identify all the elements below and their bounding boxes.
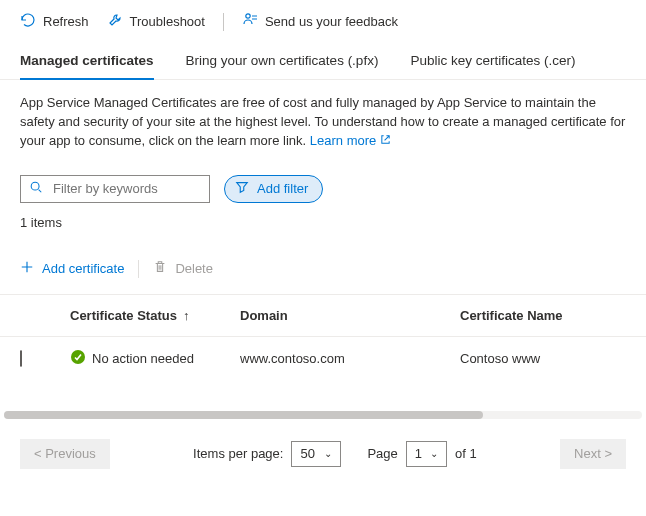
search-icon xyxy=(29,180,43,197)
success-icon xyxy=(70,349,86,368)
troubleshoot-label: Troubleshoot xyxy=(130,14,205,29)
col-status-label: Certificate Status xyxy=(70,308,177,323)
filter-row: Add filter xyxy=(0,157,646,209)
delete-button[interactable]: Delete xyxy=(153,260,213,277)
add-certificate-button[interactable]: Add certificate xyxy=(20,260,124,277)
table-header: Certificate Status ↑ Domain Certificate … xyxy=(0,295,646,337)
top-toolbar: Refresh Troubleshoot Send us your feedba… xyxy=(0,0,646,39)
status-cell: No action needed xyxy=(70,349,240,368)
name-cell: Contoso www xyxy=(460,351,626,366)
col-domain[interactable]: Domain xyxy=(240,308,460,323)
svg-point-1 xyxy=(31,182,39,190)
page-of-text: of 1 xyxy=(455,446,477,461)
add-certificate-label: Add certificate xyxy=(42,261,124,276)
filter-input[interactable] xyxy=(51,180,201,197)
status-text: No action needed xyxy=(92,351,194,366)
refresh-icon xyxy=(20,12,36,31)
tab-public-key[interactable]: Public key certificates (.cer) xyxy=(410,43,575,80)
page-value: 1 xyxy=(415,446,422,461)
plus-icon xyxy=(20,260,34,277)
external-link-icon xyxy=(380,132,391,151)
items-per-page-value: 50 xyxy=(300,446,314,461)
learn-more-label: Learn more xyxy=(310,132,376,151)
toolbar-divider xyxy=(223,13,224,31)
sort-asc-icon: ↑ xyxy=(183,308,190,323)
item-count: 1 items xyxy=(0,209,646,230)
learn-more-link[interactable]: Learn more xyxy=(310,132,391,151)
tab-managed-certificates[interactable]: Managed certificates xyxy=(20,43,154,80)
next-button[interactable]: Next > xyxy=(560,439,626,469)
certificates-table: Certificate Status ↑ Domain Certificate … xyxy=(0,294,646,381)
col-name[interactable]: Certificate Name xyxy=(460,308,626,323)
trash-icon xyxy=(153,260,167,277)
feedback-label: Send us your feedback xyxy=(265,14,398,29)
chevron-down-icon: ⌄ xyxy=(324,448,332,459)
domain-cell: www.contoso.com xyxy=(240,351,460,366)
feedback-button[interactable]: Send us your feedback xyxy=(242,8,398,35)
page-select[interactable]: 1 ⌄ xyxy=(406,441,447,467)
description: App Service Managed Certificates are fre… xyxy=(0,80,646,157)
action-row: Add certificate Delete xyxy=(0,230,646,288)
filter-icon xyxy=(235,180,249,197)
svg-point-0 xyxy=(246,14,250,18)
previous-button[interactable]: < Previous xyxy=(20,439,110,469)
items-per-page-label: Items per page: xyxy=(193,446,283,461)
filter-input-wrap[interactable] xyxy=(20,175,210,203)
delete-label: Delete xyxy=(175,261,213,276)
troubleshoot-button[interactable]: Troubleshoot xyxy=(107,8,205,35)
wrench-icon xyxy=(107,12,123,31)
tab-bar: Managed certificates Bring your own cert… xyxy=(0,43,646,80)
action-divider xyxy=(138,260,139,278)
page-label: Page xyxy=(367,446,397,461)
refresh-button[interactable]: Refresh xyxy=(20,8,89,35)
scrollbar-thumb[interactable] xyxy=(4,411,483,419)
table-row[interactable]: No action needed www.contoso.com Contoso… xyxy=(0,337,646,381)
col-status[interactable]: Certificate Status ↑ xyxy=(70,308,240,323)
feedback-icon xyxy=(242,12,258,31)
add-filter-label: Add filter xyxy=(257,181,308,196)
chevron-down-icon: ⌄ xyxy=(430,448,438,459)
pagination: < Previous Items per page: 50 ⌄ Page 1 ⌄… xyxy=(0,419,646,469)
tab-bring-your-own[interactable]: Bring your own certificates (.pfx) xyxy=(186,43,379,80)
items-per-page-select[interactable]: 50 ⌄ xyxy=(291,441,341,467)
refresh-label: Refresh xyxy=(43,14,89,29)
horizontal-scrollbar[interactable] xyxy=(4,411,642,419)
row-checkbox[interactable] xyxy=(20,350,22,367)
add-filter-button[interactable]: Add filter xyxy=(224,175,323,203)
